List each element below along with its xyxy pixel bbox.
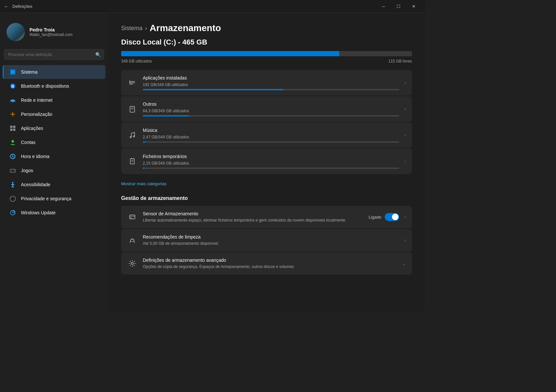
breadcrumb-current: Armazenamento (150, 23, 221, 33)
mgmt-name-avancado: Definições de armazenamento avançado (143, 258, 397, 263)
sidebar-item-rede[interactable]: Rede e Internet (3, 93, 105, 107)
mgmt-name-sensor: Sensor de Armazenamento (143, 211, 363, 216)
close-button[interactable]: ✕ (406, 0, 421, 13)
contas-icon (9, 139, 16, 146)
sidebar-item-label-hora: Hora e idioma (21, 154, 49, 159)
sidebar-item-acessibilidade[interactable]: Acessibilidade (3, 178, 105, 191)
sidebar-item-sistema[interactable]: Sistema (3, 65, 105, 79)
category-size-apps: 192 GB/349 GB utilizados (143, 82, 399, 87)
svg-text:B: B (11, 84, 14, 89)
category-info-apps: Aplicações instaladas 192 GB/349 GB util… (143, 75, 399, 90)
chevron-right-outros: › (404, 106, 406, 112)
sidebar-item-windows-update[interactable]: Windows Update (3, 206, 105, 220)
sidebar-item-contas[interactable]: Contas (3, 135, 105, 149)
category-name-apps: Aplicações instaladas (143, 75, 399, 80)
svg-rect-15 (10, 169, 15, 172)
category-list: Aplicações instaladas 192 GB/349 GB util… (121, 70, 412, 174)
storage-bar-track (121, 51, 412, 56)
breadcrumb-parent[interactable]: Sistema (121, 25, 142, 32)
mgmt-item-limpeza[interactable]: Recomendações de limpeza Até 5,00 GB de … (121, 229, 412, 252)
search-input[interactable] (4, 49, 104, 60)
minimize-button[interactable]: ─ (376, 0, 391, 13)
sidebar-item-label-rede: Rede e Internet (21, 98, 53, 103)
sidebar-item-jogos[interactable]: Jogos (3, 164, 105, 177)
search-box: 🔍 (4, 49, 104, 60)
svg-point-18 (13, 170, 14, 171)
cat-bar-fill-outros (143, 115, 189, 116)
category-item-temp[interactable]: Ficheiros temporários 2,15 GB/349 GB uti… (121, 149, 412, 174)
user-info: Pedro Troia Watto_fan@hotmail.com (29, 27, 72, 37)
sidebar-item-label-personalizacao: Personalização (21, 112, 52, 117)
mgmt-desc-limpeza: Até 5,00 GB de armazenamento disponível. (143, 241, 399, 246)
cat-bar-fill-temp (143, 168, 145, 169)
storage-bar-fill (121, 51, 339, 56)
mgmt-desc-sensor: Libertar automaticamente espaço, elimina… (143, 218, 363, 223)
chevron-right-avancado: ⌄ (402, 260, 406, 266)
show-more-link[interactable]: Mostrar mais categorias (121, 181, 167, 186)
svg-rect-9 (10, 129, 12, 131)
category-item-musica[interactable]: Música 2,47 GB/349 GB utilizados › (121, 122, 412, 148)
back-button[interactable]: ← (4, 4, 9, 9)
personalizacao-icon (9, 111, 16, 118)
sidebar-item-hora[interactable]: Hora e idioma (3, 150, 105, 163)
titlebar: ← Definições ─ ☐ ✕ (0, 0, 425, 13)
mgmt-info-avancado: Definições de armazenamento avançado Opç… (143, 258, 397, 270)
sidebar-item-aplicacoes[interactable]: Aplicações (3, 121, 105, 135)
svg-point-35 (130, 136, 131, 138)
sidebar-item-label-contas: Contas (21, 140, 35, 145)
sidebar-item-label-jogos: Jogos (21, 168, 33, 173)
cat-bar-track-temp (143, 168, 399, 169)
category-item-outros[interactable]: Outros 64,3 GB/349 GB utilizados › (121, 96, 412, 122)
titlebar-controls: ─ ☐ ✕ (376, 0, 421, 13)
user-name: Pedro Troia (29, 27, 72, 32)
toggle-sensor[interactable] (385, 213, 399, 221)
cat-bar-track-apps (143, 89, 399, 90)
sidebar: Pedro Troia Watto_fan@hotmail.com 🔍 Sist… (0, 13, 108, 311)
app-layout: Pedro Troia Watto_fan@hotmail.com 🔍 Sist… (0, 13, 425, 311)
category-size-musica: 2,47 GB/349 GB utilizados (143, 135, 399, 139)
sidebar-item-label-bluetooth: Bluetooth e dispositivos (21, 83, 69, 89)
maximize-button[interactable]: ☐ (391, 0, 406, 13)
aplicacoes-icon (9, 125, 16, 132)
jogos-icon (9, 167, 16, 174)
breadcrumb: Sistema › Armazenamento (121, 23, 412, 33)
svg-rect-29 (129, 80, 130, 81)
sidebar-item-bluetooth[interactable]: B Bluetooth e dispositivos (3, 79, 105, 93)
mgmt-item-avancado[interactable]: Definições de armazenamento avançado Opç… (121, 252, 412, 275)
titlebar-title: Definições (12, 4, 32, 9)
user-email: Watto_fan@hotmail.com (29, 32, 72, 37)
svg-rect-1 (11, 70, 14, 74)
toggle-knob-sensor (392, 214, 398, 220)
avancado-icon (127, 258, 138, 269)
bluetooth-icon: B (9, 82, 16, 90)
privacidade-icon (9, 195, 16, 202)
cat-bar-fill-musica (143, 141, 145, 143)
svg-point-19 (14, 171, 15, 171)
chevron-right-apps: › (404, 80, 406, 86)
category-name-temp: Ficheiros temporários (143, 154, 399, 159)
outros-icon (127, 104, 138, 114)
rede-icon (9, 97, 16, 104)
category-item-apps[interactable]: Aplicações instaladas 192 GB/349 GB util… (121, 70, 412, 96)
mgmt-info-sensor: Sensor de Armazenamento Libertar automat… (143, 211, 363, 223)
category-name-outros: Outros (143, 101, 399, 107)
svg-rect-32 (130, 106, 135, 112)
sidebar-item-privacidade[interactable]: Privacidade e segurança (3, 192, 105, 205)
mgmt-desc-avancado: Opções de cópia de segurança, Espaços de… (143, 264, 397, 270)
user-profile: Pedro Troia Watto_fan@hotmail.com (0, 20, 108, 49)
storage-bar-container (121, 51, 412, 56)
svg-line-24 (13, 186, 14, 187)
breadcrumb-separator: › (145, 25, 147, 32)
sidebar-item-label-privacidade: Privacidade e segurança (21, 196, 71, 201)
sidebar-item-personalizacao[interactable]: Personalização (3, 107, 105, 121)
svg-rect-7 (10, 126, 12, 128)
mgmt-item-sensor[interactable]: Sensor de Armazenamento Libertar automat… (121, 206, 412, 228)
acessibilidade-icon (9, 181, 16, 188)
svg-point-4 (12, 101, 13, 102)
temp-icon (127, 156, 138, 167)
storage-free-label: 115 GB livres (388, 59, 412, 63)
windows-update-icon (9, 209, 16, 216)
svg-line-14 (13, 157, 14, 157)
management-list: Sensor de Armazenamento Libertar automat… (121, 206, 412, 275)
toggle-label-sensor: Ligado (369, 215, 381, 220)
